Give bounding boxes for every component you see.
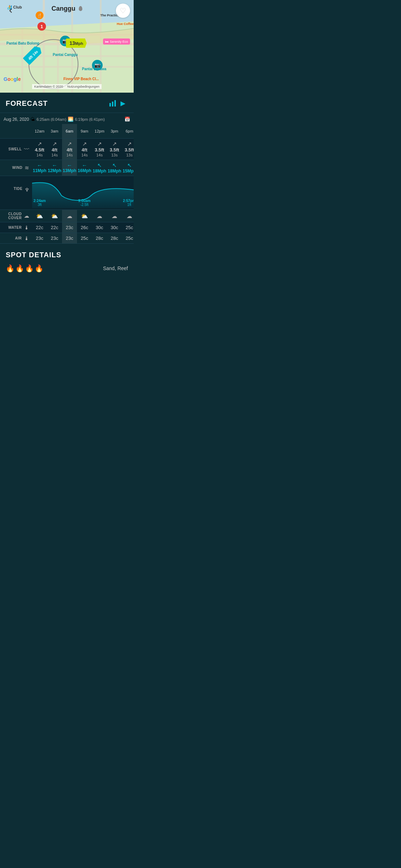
spot-info-row: 🔥 🔥 🔥 🔥 Sand, Reef (6, 264, 128, 273)
wind-1: ← 12Mph (47, 160, 62, 176)
air-5: 28c (107, 233, 122, 243)
google-logo: Google (4, 76, 21, 82)
water-label: WATER (8, 226, 22, 229)
heart-button[interactable]: ♡ (116, 4, 130, 18)
forecast-header: FORECAST ▶ (0, 93, 134, 113)
spot-details-title: SPOT DETAILS (6, 251, 128, 259)
air-2: 23c (62, 233, 77, 243)
tide-container: TIDE ♆ (0, 176, 134, 210)
water-label-col: WATER 🌡 (0, 222, 32, 233)
tide-icon: ♆ (25, 187, 29, 193)
map-container: Canggu ♡ 1 📷 📷 🛏Serenity Eco 🍴 4ft 14s 1… (0, 0, 134, 93)
divider-7 (0, 243, 134, 244)
tide-label-col: TIDE ♆ (0, 176, 32, 210)
hue-coffee-label: Hue Coffee (117, 22, 134, 26)
wind-3: ← 16Mph (77, 160, 92, 176)
water-0: 22c (32, 222, 47, 233)
pantai-canggu-label: Pantai Canggu (53, 53, 78, 57)
swell-5: ↗ 3.5ft 13s (107, 139, 122, 160)
fire-4: 🔥 (35, 264, 43, 273)
date-text: Aug 26, 2020 (4, 117, 29, 122)
swell-6: ↗ 3.5ft 13s (122, 139, 134, 160)
spot-details-section: SPOT DETAILS 🔥 🔥 🔥 🔥 Sand, Reef (0, 244, 134, 276)
swell-2: ↗ 4ft 14s (62, 139, 77, 160)
time-9am: 9am (77, 124, 92, 138)
forecast-section: FORECAST ▶ Aug 26, 2020 🌤 6:25am (6:04am… (0, 93, 134, 276)
cloud-label-col: CLOUD COVER ☁ (0, 210, 32, 222)
swell-label: SWELL (9, 147, 22, 151)
sunrise-icon: 🌤 (30, 117, 35, 122)
time-6am: 6am (62, 124, 77, 138)
tide-label-2: 2:57pm 1ft (123, 199, 134, 207)
fire-1: 🔥 (6, 264, 15, 273)
cloud-3: ⛅ (77, 210, 92, 222)
time-label-col (0, 124, 32, 138)
wind-4: ↖ 18Mph (92, 160, 107, 176)
air-label-col: AIR 🌡 (0, 233, 32, 243)
air-1: 23c (47, 233, 62, 243)
pantai-batu-bolong-label: Pantai Batu Bolong (6, 41, 39, 45)
photo-marker-2[interactable]: 📷 (92, 60, 103, 71)
air-0: 23c (32, 233, 47, 243)
cloud-4: ☁ (92, 210, 107, 222)
cloud-label: CLOUD COVER (3, 212, 22, 220)
water-6: 25c (122, 222, 134, 233)
wind-icon: ≋ (25, 165, 29, 171)
map-title: Canggu (51, 5, 82, 12)
swell-1: ↗ 4ft 14s (47, 139, 62, 160)
water-2: 23c (62, 222, 77, 233)
fire-3: 🔥 (25, 264, 34, 273)
air-3: 25c (77, 233, 92, 243)
tide-label: TIDE (14, 187, 22, 191)
back-button[interactable] (4, 4, 17, 17)
tide-labels-row: 2:24am 3ft 9:00am -2.5ft 2:57pm 1ft (32, 197, 134, 210)
swell-icon: 〰 (24, 146, 29, 152)
heart-icon: ♡ (120, 6, 126, 15)
calendar-icon: 📅 (124, 117, 130, 122)
date-row: Aug 26, 2020 🌤 6:25am (6:04am) 🌅 6:19pm … (0, 113, 134, 124)
cloud-5: ☁ (107, 210, 122, 222)
time-12am: 12am (32, 124, 47, 138)
swell-0: ↗ 4.5ft 14s (32, 139, 47, 160)
red-marker[interactable]: 1 (37, 22, 46, 31)
finns-vip-label: Finns VIP Beach Cl... (63, 77, 99, 81)
water-5: 30c (107, 222, 122, 233)
time-3pm: 3pm (107, 124, 122, 138)
water-3: 26c (77, 222, 92, 233)
forecast-grid: 12am 3am 6am 9am 12pm 3pm 6pm SWELL 〰 ↗ … (0, 124, 134, 244)
air-label: AIR (15, 236, 22, 240)
time-3am: 3am (47, 124, 62, 138)
tide-chart-area: 2:24am 3ft 9:00am -2.5ft 2:57pm 1ft (32, 176, 134, 210)
wind-6: ↖ 15Mph (122, 160, 134, 176)
fire-2: 🔥 (15, 264, 24, 273)
water-icon: 🌡 (24, 224, 29, 231)
sleep-marker[interactable]: 🛏Serenity Eco (103, 38, 130, 45)
sunset-icon: 🌅 (68, 117, 73, 122)
wind-0: ← 11Mph (32, 160, 47, 176)
tide-label-0: 2:24am 3ft (34, 199, 46, 207)
cloud-0: ⛅ (32, 210, 47, 222)
time-6pm: 6pm (122, 124, 134, 138)
cloud-1: ⛅ (47, 210, 62, 222)
air-4: 28c (92, 233, 107, 243)
wind-label-col: WIND ≋ (0, 160, 32, 176)
water-1: 22c (47, 222, 62, 233)
play-button[interactable]: ▶ (118, 98, 128, 108)
swell-label-col: SWELL 〰 (0, 139, 32, 160)
water-4: 30c (92, 222, 107, 233)
map-copyright: Kartendaten © 2020 Nutzungsbedingungen (0, 84, 134, 89)
food-marker[interactable]: 🍴 (36, 11, 43, 19)
sunrise-time: 6:25am (6:04am) (36, 117, 66, 122)
wind-2: ← 13Mph (62, 160, 77, 176)
wind-5: ↖ 18Mph (107, 160, 122, 176)
tide-label-1: 9:00am -2.5ft (78, 199, 91, 207)
air-6: 25c (122, 233, 134, 243)
sunset-time: 6:19pm (6:41pm) (75, 117, 105, 122)
bar-icon (109, 100, 116, 107)
cloud-6: ☁ (122, 210, 134, 222)
cloud-2: ☁ (62, 210, 77, 222)
time-12pm: 12pm (92, 124, 107, 138)
air-icon: 🌡 (24, 235, 29, 241)
fire-icons: 🔥 🔥 🔥 🔥 (6, 264, 43, 273)
bottom-type: Sand, Reef (103, 265, 128, 271)
